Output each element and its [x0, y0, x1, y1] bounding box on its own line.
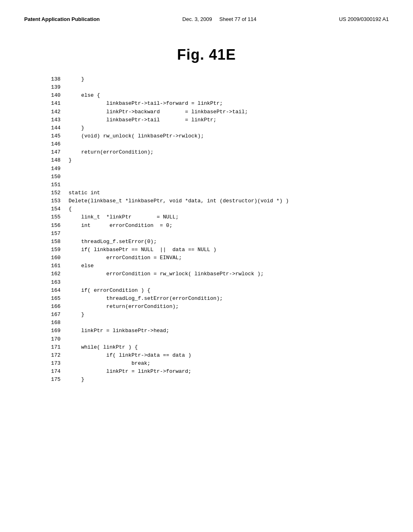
code-listing: 138 }139140 else {141 linkbasePtr->tail-… — [24, 75, 389, 384]
line-number: 166 — [40, 303, 60, 311]
code-line: 153Delete(linkbase_t *linkbasePtr, void … — [40, 197, 389, 205]
code-line: 165 threadLog_f.setError(errorCondition)… — [40, 295, 389, 303]
line-number: 173 — [40, 360, 60, 368]
line-number: 172 — [40, 351, 60, 360]
line-number: 168 — [40, 319, 60, 327]
line-number: 155 — [40, 213, 60, 221]
line-text: if( linkPtr->data == data ) — [69, 351, 191, 360]
header-patent-number: US 2009/0300192 A1 — [339, 16, 389, 22]
code-line: 168 — [40, 319, 389, 327]
code-line: 140 else { — [40, 91, 389, 100]
line-text: linkbasePtr->tail = linkPtr; — [69, 116, 217, 124]
code-line: 141 linkbasePtr->tail->forward = linkPtr… — [40, 100, 389, 108]
line-text: break; — [69, 360, 150, 368]
line-number: 164 — [40, 287, 60, 295]
line-text: linkPtr->backward = linkbasePtr->tail; — [69, 108, 248, 116]
line-number: 138 — [40, 75, 60, 83]
code-line: 174 linkPtr = linkPtr->forward; — [40, 368, 389, 376]
line-number: 169 — [40, 327, 60, 335]
code-line: 152static int — [40, 189, 389, 197]
header-date-sheet: Dec. 3, 2009 Sheet 77 of 114 — [182, 16, 257, 22]
line-text: } — [69, 124, 84, 132]
line-number: 159 — [40, 246, 60, 254]
code-line: 139 — [40, 83, 389, 91]
line-text: if( errorCondition ) { — [69, 287, 150, 295]
line-number: 144 — [40, 124, 60, 132]
line-number: 148 — [40, 156, 60, 164]
line-text: errorCondition = EINVAL; — [69, 254, 182, 262]
line-text: threadLog_f.setError(errorCondition); — [69, 295, 223, 303]
line-number: 147 — [40, 148, 60, 156]
line-number: 157 — [40, 230, 60, 238]
line-number: 154 — [40, 205, 60, 213]
line-number: 146 — [40, 140, 60, 148]
line-text: return(errorCondition); — [69, 303, 179, 311]
code-line: 164 if( errorCondition ) { — [40, 287, 389, 295]
code-line: 154{ — [40, 205, 389, 213]
line-number: 163 — [40, 278, 60, 287]
code-line: 156 int errorCondition = 0; — [40, 222, 389, 230]
line-text: else — [69, 262, 94, 270]
code-line: 172 if( linkPtr->data == data ) — [40, 351, 389, 360]
line-number: 170 — [40, 335, 60, 343]
line-number: 165 — [40, 295, 60, 303]
code-line: 138 } — [40, 75, 389, 83]
code-line: 169 linkPtr = linkbasePtr->head; — [40, 327, 389, 335]
line-number: 156 — [40, 222, 60, 230]
code-line: 157 — [40, 230, 389, 238]
code-line: 150 — [40, 173, 389, 181]
page-header: Patent Application Publication Dec. 3, 2… — [24, 16, 389, 22]
code-line: 171 while( linkPtr ) { — [40, 343, 389, 351]
line-text: linkPtr = linkbasePtr->head; — [69, 327, 169, 335]
line-text: static int — [69, 189, 100, 197]
line-number: 171 — [40, 343, 60, 351]
line-text: linkPtr = linkPtr->forward; — [69, 368, 191, 376]
code-line: 166 return(errorCondition); — [40, 303, 389, 311]
code-line: 155 link_t *linkPtr = NULL; — [40, 213, 389, 221]
line-number: 160 — [40, 254, 60, 262]
code-line: 161 else — [40, 262, 389, 270]
line-number: 141 — [40, 100, 60, 108]
code-line: 144 } — [40, 124, 389, 132]
code-line: 160 errorCondition = EINVAL; — [40, 254, 389, 262]
code-line: 159 if( linkbasePtr == NULL || data == N… — [40, 246, 389, 254]
line-text: Delete(linkbase_t *linkbasePtr, void *da… — [69, 197, 289, 205]
line-text: } — [69, 311, 84, 319]
line-number: 151 — [40, 181, 60, 189]
line-text: { — [69, 205, 72, 213]
line-text: return(errorCondition); — [69, 148, 154, 156]
code-line: 158 threadLog_f.setError(0); — [40, 238, 389, 246]
code-line: 175 } — [40, 376, 389, 384]
line-text: } — [69, 376, 84, 384]
line-text: } — [69, 75, 84, 83]
header-date: Dec. 3, 2009 — [182, 16, 212, 22]
line-text: linkbasePtr->tail->forward = linkPtr; — [69, 100, 223, 108]
code-line: 149 — [40, 165, 389, 173]
code-line: 147 return(errorCondition); — [40, 148, 389, 156]
line-number: 162 — [40, 270, 60, 278]
line-text: int errorCondition = 0; — [69, 222, 172, 230]
line-number: 142 — [40, 108, 60, 116]
line-number: 167 — [40, 311, 60, 319]
line-number: 139 — [40, 83, 60, 91]
header-publication-label: Patent Application Publication — [24, 16, 100, 22]
line-number: 174 — [40, 368, 60, 376]
code-line: 170 — [40, 335, 389, 343]
line-text: if( linkbasePtr == NULL || data == NULL … — [69, 246, 217, 254]
line-text: else { — [69, 91, 100, 100]
code-line: 145 (void) rw_unlock( linkbasePtr->rwloc… — [40, 132, 389, 140]
code-line: 146 — [40, 140, 389, 148]
code-line: 151 — [40, 181, 389, 189]
code-line: 162 errorCondition = rw_wrlock( linkbase… — [40, 270, 389, 278]
code-line: 167 } — [40, 311, 389, 319]
code-line: 148} — [40, 156, 389, 164]
line-number: 152 — [40, 189, 60, 197]
line-number: 161 — [40, 262, 60, 270]
line-text: } — [69, 156, 72, 164]
line-text: threadLog_f.setError(0); — [69, 238, 156, 246]
code-line: 142 linkPtr->backward = linkbasePtr->tai… — [40, 108, 389, 116]
code-line: 173 break; — [40, 360, 389, 368]
line-text: while( linkPtr ) { — [69, 343, 138, 351]
code-line: 143 linkbasePtr->tail = linkPtr; — [40, 116, 389, 124]
line-text: errorCondition = rw_wrlock( linkbasePtr-… — [69, 270, 264, 278]
